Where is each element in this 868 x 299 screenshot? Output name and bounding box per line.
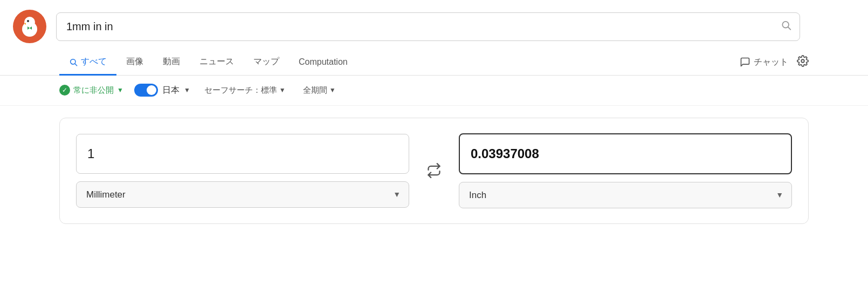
to-unit-select[interactable]: Millimeter Centimeter Meter Kilometer In… bbox=[459, 182, 792, 208]
chat-label: チャット bbox=[754, 57, 788, 68]
search-input[interactable] bbox=[56, 12, 800, 41]
swap-button[interactable] bbox=[422, 163, 446, 178]
converter-card: Millimeter Centimeter Meter Kilometer In… bbox=[59, 118, 809, 224]
nav-tabs: すべて 画像 動画 ニュース マップ Computation bbox=[59, 50, 357, 75]
chat-icon bbox=[740, 57, 750, 67]
svg-line-9 bbox=[75, 64, 77, 66]
from-section: Millimeter Centimeter Meter Kilometer In… bbox=[76, 134, 409, 208]
tab-news[interactable]: ニュース bbox=[190, 50, 244, 76]
chat-button[interactable]: チャット bbox=[740, 57, 788, 68]
period-dropdown-icon: ▼ bbox=[329, 86, 336, 94]
tab-images-label: 画像 bbox=[126, 56, 143, 67]
from-unit-wrapper: Millimeter Centimeter Meter Kilometer In… bbox=[76, 181, 409, 208]
svg-point-1 bbox=[24, 17, 35, 28]
toggle-knob bbox=[147, 85, 156, 95]
tab-maps-label: マップ bbox=[253, 56, 279, 67]
tab-images[interactable]: 画像 bbox=[116, 50, 153, 76]
tab-all[interactable]: すべて bbox=[59, 50, 116, 76]
filter-bar: ✓ 常に非公開 ▼ 日本 ▼ セーフサーチ：標準 ▼ 全期間 ▼ bbox=[0, 76, 868, 106]
private-badge[interactable]: ✓ 常に非公開 ▼ bbox=[59, 85, 123, 96]
search-tab-icon bbox=[69, 58, 78, 66]
nav-right: チャット bbox=[740, 55, 809, 70]
region-toggle[interactable]: 日本 ▼ bbox=[134, 84, 190, 97]
region-label: 日本 bbox=[162, 85, 180, 96]
tab-news-label: ニュース bbox=[199, 56, 234, 67]
safesearch-dropdown-icon: ▼ bbox=[279, 86, 286, 94]
to-value-input[interactable] bbox=[459, 133, 792, 174]
toggle-switch[interactable] bbox=[134, 84, 158, 97]
from-value-input[interactable] bbox=[76, 134, 409, 174]
to-section: Millimeter Centimeter Meter Kilometer In… bbox=[459, 133, 792, 208]
converter-row: Millimeter Centimeter Meter Kilometer In… bbox=[76, 133, 792, 208]
search-bar-wrapper bbox=[56, 12, 800, 41]
tab-computation-label: Computation bbox=[299, 57, 348, 67]
swap-icon bbox=[426, 163, 442, 178]
tab-maps[interactable]: マップ bbox=[244, 50, 289, 76]
svg-point-10 bbox=[801, 59, 804, 63]
region-dropdown-icon: ▼ bbox=[184, 86, 190, 94]
period-label: 全期間 bbox=[303, 85, 327, 96]
private-label: 常に非公開 bbox=[73, 85, 114, 96]
safesearch-label: セーフサーチ：標準 bbox=[204, 85, 277, 96]
search-icon[interactable] bbox=[781, 20, 791, 33]
nav-bar: すべて 画像 動画 ニュース マップ Computation チャット bbox=[0, 50, 868, 76]
period-button[interactable]: 全期間 ▼ bbox=[300, 83, 339, 98]
to-unit-wrapper: Millimeter Centimeter Meter Kilometer In… bbox=[459, 182, 792, 208]
from-unit-select[interactable]: Millimeter Centimeter Meter Kilometer In… bbox=[76, 181, 409, 208]
private-dropdown-icon: ▼ bbox=[117, 86, 123, 94]
tab-videos[interactable]: 動画 bbox=[153, 50, 190, 76]
tab-videos-label: 動画 bbox=[163, 56, 180, 67]
safesearch-button[interactable]: セーフサーチ：標準 ▼ bbox=[201, 83, 289, 98]
gear-icon bbox=[797, 55, 809, 67]
settings-button[interactable] bbox=[797, 55, 809, 70]
header bbox=[0, 0, 868, 50]
svg-line-7 bbox=[788, 27, 791, 30]
svg-point-2 bbox=[27, 20, 29, 22]
logo[interactable] bbox=[13, 10, 46, 43]
check-circle-icon: ✓ bbox=[59, 85, 70, 96]
tab-computation[interactable]: Computation bbox=[289, 51, 357, 75]
tab-all-label: すべて bbox=[81, 56, 107, 67]
